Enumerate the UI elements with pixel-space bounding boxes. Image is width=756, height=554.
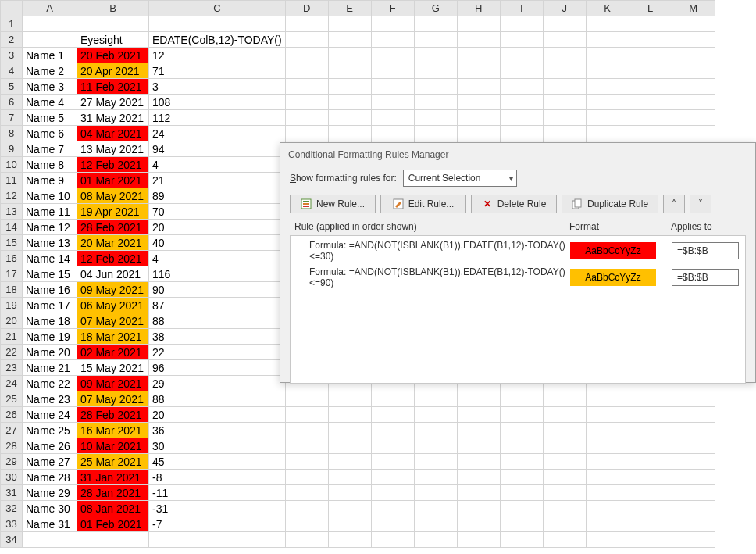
cell-E25[interactable] — [328, 391, 371, 407]
cell-B13[interactable]: 19 Apr 2021 — [77, 204, 149, 220]
cell-H29[interactable] — [457, 454, 500, 470]
cell-I30[interactable] — [500, 470, 543, 485]
cell-B12[interactable]: 08 May 2021 — [77, 188, 149, 204]
cell-A9[interactable]: Name 7 — [23, 141, 77, 157]
cell-A29[interactable]: Name 27 — [23, 454, 77, 470]
cell-F3[interactable] — [371, 48, 414, 63]
cell-G31[interactable] — [414, 485, 457, 501]
row-header-21[interactable]: 21 — [1, 329, 23, 345]
row-header-1[interactable]: 1 — [1, 16, 23, 32]
row-header-6[interactable]: 6 — [1, 95, 23, 110]
cell-A13[interactable]: Name 11 — [23, 204, 77, 220]
cell-L1[interactable] — [629, 16, 672, 32]
cell-D28[interactable] — [285, 438, 328, 454]
cell-D31[interactable] — [285, 485, 328, 501]
cell-B6[interactable]: 27 May 2021 — [77, 95, 149, 110]
cell-J7[interactable] — [543, 110, 586, 126]
cell-K5[interactable] — [586, 79, 629, 95]
cell-C32[interactable]: -31 — [149, 501, 286, 516]
cell-L31[interactable] — [629, 485, 672, 501]
cell-C14[interactable]: 20 — [149, 220, 286, 235]
cell-J28[interactable] — [543, 438, 586, 454]
cell-B17[interactable]: 04 Jun 2021 — [77, 266, 149, 282]
cell-I29[interactable] — [500, 454, 543, 470]
cell-C1[interactable] — [149, 16, 286, 32]
cell-I27[interactable] — [500, 423, 543, 438]
cell-H6[interactable] — [457, 95, 500, 110]
cell-B5[interactable]: 11 Feb 2021 — [77, 79, 149, 95]
cell-C3[interactable]: 12 — [149, 48, 286, 63]
cell-E3[interactable] — [328, 48, 371, 63]
cell-D1[interactable] — [285, 16, 328, 32]
cell-C18[interactable]: 90 — [149, 282, 286, 298]
cell-K34[interactable] — [586, 532, 629, 548]
row-header-9[interactable]: 9 — [1, 141, 23, 157]
row-header-23[interactable]: 23 — [1, 360, 23, 376]
cell-E28[interactable] — [328, 438, 371, 454]
cell-L30[interactable] — [629, 470, 672, 485]
row-header-25[interactable]: 25 — [1, 391, 23, 407]
cell-L28[interactable] — [629, 438, 672, 454]
cell-B20[interactable]: 07 May 2021 — [77, 313, 149, 329]
cell-A17[interactable]: Name 15 — [23, 266, 77, 282]
row-header-20[interactable]: 20 — [1, 313, 23, 329]
cell-E27[interactable] — [328, 423, 371, 438]
cell-F29[interactable] — [371, 454, 414, 470]
cell-C11[interactable]: 21 — [149, 173, 286, 188]
cell-C25[interactable]: 88 — [149, 391, 286, 407]
cell-G25[interactable] — [414, 391, 457, 407]
cell-K3[interactable] — [586, 48, 629, 63]
cell-L32[interactable] — [629, 501, 672, 516]
cell-J5[interactable] — [543, 79, 586, 95]
row-header-4[interactable]: 4 — [1, 63, 23, 79]
cell-J32[interactable] — [543, 501, 586, 516]
cell-G7[interactable] — [414, 110, 457, 126]
cell-C6[interactable]: 108 — [149, 95, 286, 110]
cell-C7[interactable]: 112 — [149, 110, 286, 126]
cell-H32[interactable] — [457, 501, 500, 516]
cell-C23[interactable]: 96 — [149, 360, 286, 376]
cell-M6[interactable] — [672, 95, 715, 110]
cell-C5[interactable]: 3 — [149, 79, 286, 95]
cell-K30[interactable] — [586, 470, 629, 485]
cell-C33[interactable]: -7 — [149, 516, 286, 532]
cell-F7[interactable] — [371, 110, 414, 126]
row-header-34[interactable]: 34 — [1, 532, 23, 548]
cell-G27[interactable] — [414, 423, 457, 438]
cell-B26[interactable]: 28 Feb 2021 — [77, 407, 149, 423]
cell-H7[interactable] — [457, 110, 500, 126]
row-header-2[interactable]: 2 — [1, 32, 23, 48]
cell-A8[interactable]: Name 6 — [23, 126, 77, 141]
cell-A34[interactable] — [23, 532, 77, 548]
cell-I34[interactable] — [500, 532, 543, 548]
cell-A26[interactable]: Name 24 — [23, 407, 77, 423]
cell-F4[interactable] — [371, 63, 414, 79]
cell-D26[interactable] — [285, 407, 328, 423]
cell-L29[interactable] — [629, 454, 672, 470]
cell-M31[interactable] — [672, 485, 715, 501]
cell-A28[interactable]: Name 26 — [23, 438, 77, 454]
column-header-H[interactable]: H — [457, 1, 500, 16]
cell-J26[interactable] — [543, 407, 586, 423]
cell-L27[interactable] — [629, 423, 672, 438]
rule-row-0[interactable]: Formula: =AND(NOT(ISBLANK(B1)),EDATE(B1,… — [291, 238, 745, 264]
cell-B34[interactable] — [77, 532, 149, 548]
column-header-C[interactable]: C — [149, 1, 286, 16]
column-header-I[interactable]: I — [500, 1, 543, 16]
column-header-D[interactable]: D — [285, 1, 328, 16]
cell-E7[interactable] — [328, 110, 371, 126]
cell-E32[interactable] — [328, 501, 371, 516]
cell-A5[interactable]: Name 3 — [23, 79, 77, 95]
cell-D30[interactable] — [285, 470, 328, 485]
column-header-M[interactable]: M — [672, 1, 715, 16]
cell-D7[interactable] — [285, 110, 328, 126]
cell-L2[interactable] — [629, 32, 672, 48]
cell-L25[interactable] — [629, 391, 672, 407]
cell-B15[interactable]: 20 Mar 2021 — [77, 235, 149, 251]
cell-J34[interactable] — [543, 532, 586, 548]
cell-L34[interactable] — [629, 532, 672, 548]
edit-rule-button[interactable]: Edit Rule... — [380, 195, 466, 213]
cell-F25[interactable] — [371, 391, 414, 407]
cell-A7[interactable]: Name 5 — [23, 110, 77, 126]
cell-C13[interactable]: 70 — [149, 204, 286, 220]
